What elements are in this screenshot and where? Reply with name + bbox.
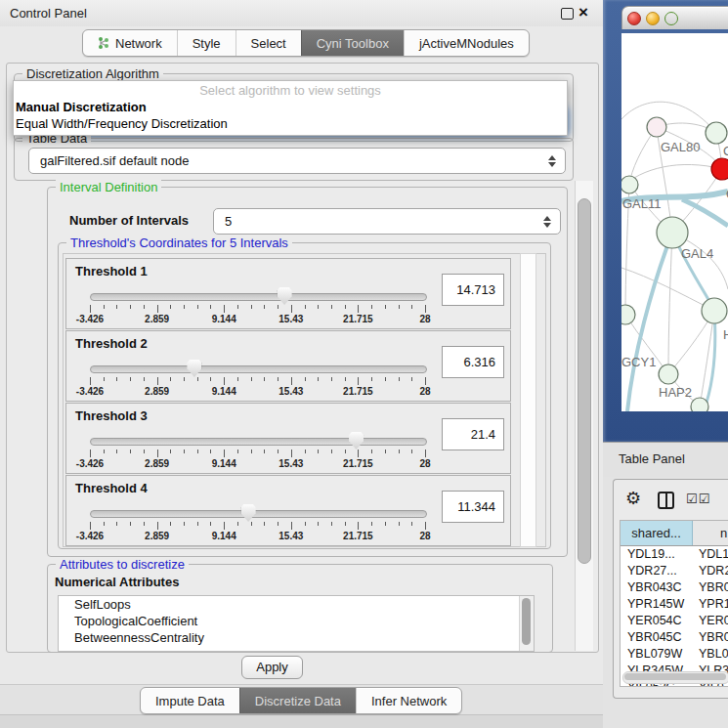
cell-shared-name[interactable]: YBL079W xyxy=(621,646,692,663)
slider-thumb[interactable] xyxy=(349,432,364,450)
column-header-name[interactable]: n xyxy=(693,521,728,545)
table-row[interactable]: YDR27...YDR2 xyxy=(621,563,728,579)
node-gal80[interactable] xyxy=(647,117,666,137)
attribute-item[interactable]: TopologicalCoefficient xyxy=(59,613,534,629)
cell-shared-name[interactable]: YBR045C xyxy=(621,629,692,646)
cell-shared-name[interactable]: YER054C xyxy=(621,613,692,629)
column-layout-icon[interactable] xyxy=(658,492,674,509)
checkbox-icons[interactable]: ☑☑ xyxy=(686,492,710,506)
tab-cyni-toolbox[interactable]: Cyni Toolbox xyxy=(301,30,404,56)
mode-tab-impute-data[interactable]: Impute Data xyxy=(141,688,239,713)
threshold-box: Threshold 4 -3.4262.8599.14415.4321.7152… xyxy=(65,475,511,546)
tab-label: Impute Data xyxy=(155,694,225,708)
attribute-item[interactable]: SelfLoops xyxy=(59,596,534,613)
tab-network[interactable]: Network xyxy=(83,30,177,56)
slider-thumb[interactable] xyxy=(187,360,201,377)
table-row[interactable]: YBL079WYBL0 xyxy=(621,646,728,663)
numerical-attributes-list[interactable]: SelfLoopsTopologicalCoefficientBetweenne… xyxy=(58,595,535,652)
table-horizontal-scrollbar[interactable] xyxy=(622,671,728,684)
close-traffic-light[interactable] xyxy=(627,12,641,25)
threshold-value-field[interactable]: 21.4 xyxy=(442,418,504,450)
cell-name[interactable]: YPR1 xyxy=(692,596,728,613)
close-icon[interactable]: × xyxy=(578,3,588,22)
table-row[interactable]: YPR145WYPR1 xyxy=(621,596,728,613)
cell-name[interactable]: YER0 xyxy=(692,613,728,629)
minimize-traffic-light[interactable] xyxy=(646,12,660,25)
node-gcy1[interactable] xyxy=(621,305,635,324)
slider-track[interactable] xyxy=(90,365,427,373)
attributes-scrollbar-thumb[interactable] xyxy=(522,598,531,645)
cell-shared-name[interactable]: YDR27... xyxy=(621,563,692,579)
threshold-value-field[interactable]: 11.344 xyxy=(442,491,504,523)
network-window-frame: GAL80GCGAL11GAL4GCY1HHAP2 xyxy=(603,0,728,442)
option-equal-width-frequency[interactable]: Equal Width/Frequency Discretization xyxy=(14,115,567,132)
slider-track[interactable] xyxy=(90,438,427,446)
slider-ticks xyxy=(90,305,425,313)
slider-thumb[interactable] xyxy=(278,287,292,305)
node-gal80-label: GAL80 xyxy=(661,140,700,154)
table-data-combobox[interactable]: galFiltered.sif default node xyxy=(28,148,566,174)
node-gal4[interactable] xyxy=(657,217,688,248)
table-row[interactable]: YDL19...YDL1 xyxy=(621,546,728,563)
table-horizontal-scrollbar-thumb[interactable] xyxy=(624,673,726,680)
threshold-slider[interactable]: -3.4262.8599.14415.4321.71528 xyxy=(90,503,427,542)
number-of-intervals-value: 5 xyxy=(214,214,542,229)
panel-scrollbar-thumb[interactable] xyxy=(578,198,591,564)
cell-name[interactable]: YDL1 xyxy=(692,546,728,563)
cell-name[interactable]: YBL0 xyxy=(692,646,728,663)
table-row[interactable]: YER054CYER0 xyxy=(621,613,728,629)
threshold-label: Threshold 2 xyxy=(75,336,148,351)
tab-style[interactable]: Style xyxy=(177,30,236,56)
attributes-group: Attributes to discretize Numerical Attri… xyxy=(47,564,553,653)
column-header-shared[interactable]: shared... xyxy=(621,521,693,545)
discretization-algorithm-title: Discretization Algorithm xyxy=(22,66,163,81)
cell-name[interactable]: YBR0 xyxy=(692,579,728,596)
slider-track[interactable] xyxy=(90,293,427,301)
mode-tab-infer-network[interactable]: Infer Network xyxy=(356,688,461,713)
cell-shared-name[interactable]: YPR145W xyxy=(621,596,692,613)
node-g-clipped[interactable] xyxy=(706,122,727,144)
cell-name[interactable]: YBR0 xyxy=(692,629,728,646)
panel-scrollbar[interactable] xyxy=(575,181,593,651)
table-row[interactable]: YBR045CYBR0 xyxy=(621,629,728,646)
mode-tab-discretize-data[interactable]: Discretize Data xyxy=(239,688,356,713)
number-of-intervals-combobox[interactable]: 5 xyxy=(213,208,561,235)
combo-arrows-icon xyxy=(547,155,556,167)
apply-button[interactable]: Apply xyxy=(241,656,303,679)
tab-jactivemnodules[interactable]: jActiveMNodules xyxy=(404,30,529,56)
numerical-attributes-heading: Numerical Attributes xyxy=(55,575,179,589)
network-window-titlebar[interactable] xyxy=(621,6,728,29)
table-header-row: shared... n xyxy=(621,521,728,546)
tab-label: Discretize Data xyxy=(255,694,341,708)
cell-shared-name[interactable]: YDL19... xyxy=(621,546,692,563)
attributes-scrollbar[interactable] xyxy=(519,596,534,651)
node-hap2[interactable] xyxy=(659,364,678,384)
float-window-icon[interactable] xyxy=(561,8,574,20)
slider-tick-labels: -3.4262.8599.14415.4321.71528 xyxy=(90,531,425,541)
node-gcy1-label: GCY1 xyxy=(621,355,656,369)
zoom-traffic-light[interactable] xyxy=(664,12,678,25)
threshold-slider[interactable]: -3.4262.8599.14415.4321.71528 xyxy=(90,286,427,325)
thresholds-scrollbar-track[interactable] xyxy=(520,253,536,547)
table-row[interactable]: YBR043CYBR0 xyxy=(621,579,728,596)
slider-thumb[interactable] xyxy=(241,504,256,522)
cell-shared-name[interactable]: YBR043C xyxy=(621,579,692,596)
thresholds-group-title: Threshold's Coordinates for 5 Intervals xyxy=(66,236,292,250)
cell-name[interactable]: YDR2 xyxy=(692,563,728,579)
threshold-slider[interactable]: -3.4262.8599.14415.4321.71528 xyxy=(90,359,427,398)
network-view-canvas[interactable]: GAL80GCGAL11GAL4GCY1HHAP2 xyxy=(621,33,728,411)
gear-icon[interactable]: ⚙ xyxy=(625,488,641,509)
attribute-item[interactable]: BetweennessCentrality xyxy=(59,629,534,646)
threshold-slider[interactable]: -3.4262.8599.14415.4321.71528 xyxy=(90,431,427,470)
option-manual-discretization[interactable]: Manual Discretization xyxy=(14,99,567,115)
slider-track[interactable] xyxy=(90,510,427,518)
window-title: Control Panel xyxy=(10,6,87,21)
tab-label: Network xyxy=(115,36,162,51)
threshold-value-field[interactable]: 14.713 xyxy=(442,274,504,306)
tab-select[interactable]: Select xyxy=(236,30,301,56)
threshold-value-field[interactable]: 6.316 xyxy=(442,346,504,378)
node-gal11[interactable] xyxy=(621,176,638,193)
node-bottom[interactable] xyxy=(691,398,708,411)
node-h-clipped[interactable] xyxy=(702,298,727,323)
node-red[interactable] xyxy=(711,158,728,180)
